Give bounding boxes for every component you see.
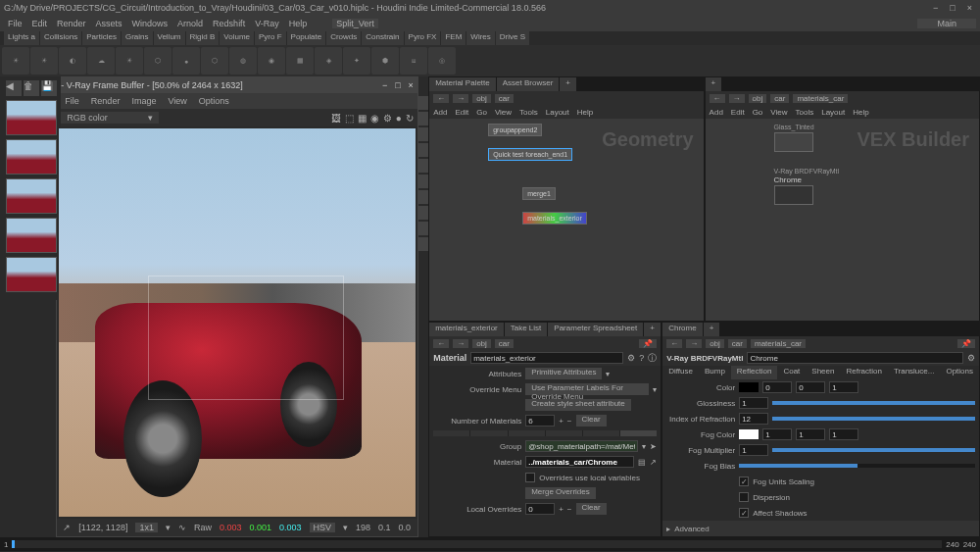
shelf-tab[interactable]: Collisions bbox=[40, 31, 81, 45]
tool-icon[interactable] bbox=[418, 206, 428, 220]
nt-layout[interactable]: Layout bbox=[546, 108, 569, 117]
network-graph[interactable]: Geometry groupappend2 Quick test foreach… bbox=[429, 119, 703, 321]
menu-arnold[interactable]: Arnold bbox=[173, 19, 207, 28]
nav-back-icon[interactable]: ← bbox=[433, 94, 449, 103]
fogmult-slider[interactable] bbox=[772, 448, 975, 452]
color-b-input[interactable] bbox=[829, 381, 858, 393]
shelf-tool-icon[interactable]: ◈ bbox=[315, 47, 342, 75]
node-name-input[interactable] bbox=[470, 352, 623, 364]
fb-maximize-icon[interactable]: □ bbox=[395, 80, 400, 90]
pin-icon[interactable]: 📌 bbox=[957, 339, 975, 348]
remove-icon[interactable]: − bbox=[567, 505, 572, 514]
tool-icon[interactable] bbox=[418, 175, 428, 188]
multiparm-tab-active[interactable] bbox=[620, 430, 657, 436]
nav-back-icon[interactable]: ← bbox=[666, 339, 682, 348]
path-seg[interactable]: obj bbox=[749, 94, 767, 103]
shelf-tool-icon[interactable]: ☀ bbox=[2, 47, 29, 75]
shelf-tool-icon[interactable]: ● bbox=[172, 47, 200, 75]
picker-icon[interactable]: ↗ bbox=[63, 523, 71, 532]
pin-icon[interactable]: 📌 bbox=[639, 339, 657, 348]
render-thumb[interactable] bbox=[6, 178, 57, 214]
add-icon[interactable]: + bbox=[559, 505, 564, 514]
shelf-tool-icon[interactable]: ⬡ bbox=[201, 47, 228, 75]
checkbox-local-vars[interactable] bbox=[525, 473, 535, 482]
shelf-tab[interactable]: Vellum bbox=[154, 31, 185, 45]
fb-minimize-icon[interactable]: − bbox=[382, 80, 387, 90]
multiparm-tab[interactable] bbox=[433, 430, 470, 436]
history-del-icon[interactable]: 🗑 bbox=[24, 80, 39, 96]
shelf-tool-icon[interactable]: ▦ bbox=[286, 47, 314, 75]
fog-color-swatch[interactable] bbox=[739, 429, 759, 439]
shelf-tab[interactable]: Constrain bbox=[362, 31, 403, 45]
fb-menu-image[interactable]: Image bbox=[131, 96, 156, 106]
fogbias-slider[interactable] bbox=[739, 464, 975, 468]
minimize-icon[interactable]: − bbox=[933, 3, 938, 13]
checkbox-fog-units[interactable]: ✓ bbox=[739, 477, 749, 486]
frame-range-end[interactable]: 240 bbox=[963, 540, 976, 549]
shelf-tab[interactable]: Volume bbox=[220, 31, 254, 45]
param-tab-add[interactable]: + bbox=[644, 323, 661, 336]
path-seg[interactable]: obj bbox=[706, 339, 724, 348]
timeline-track[interactable] bbox=[12, 540, 942, 548]
color-r-input[interactable] bbox=[762, 381, 792, 393]
history-save-icon[interactable]: 💾 bbox=[41, 80, 57, 96]
ior-slider[interactable] bbox=[772, 417, 975, 421]
node-chrome[interactable] bbox=[774, 185, 813, 205]
chevron-down-icon[interactable]: ▾ bbox=[653, 385, 657, 394]
material-path-input[interactable] bbox=[525, 456, 634, 468]
nt-go[interactable]: Go bbox=[753, 108, 763, 117]
path-seg[interactable]: obj bbox=[472, 339, 491, 348]
playhead[interactable] bbox=[12, 540, 15, 548]
fb-cs[interactable]: HSV bbox=[310, 523, 336, 532]
path-seg[interactable]: materials_car bbox=[793, 94, 848, 103]
sub-tab[interactable]: Transluce... bbox=[888, 366, 941, 379]
fogmult-input[interactable] bbox=[739, 444, 768, 456]
param-tab[interactable]: materials_exterior bbox=[429, 323, 504, 336]
sub-tab-reflection[interactable]: Reflection bbox=[731, 366, 778, 379]
nt-edit[interactable]: Edit bbox=[731, 108, 745, 117]
checkbox-affect-shadows[interactable]: ✓ bbox=[739, 508, 749, 518]
param-tab[interactable]: Take List bbox=[505, 323, 548, 336]
color-swatch[interactable] bbox=[739, 382, 759, 392]
frame-end[interactable]: 240 bbox=[946, 540, 958, 549]
help-icon[interactable]: ? bbox=[639, 353, 644, 363]
menu-file[interactable]: File bbox=[4, 19, 26, 28]
remove-icon[interactable]: − bbox=[567, 417, 572, 426]
shelf-tool-icon[interactable]: ☁ bbox=[87, 47, 115, 75]
tab-mat-palette[interactable]: Material Palette bbox=[429, 77, 496, 91]
nt-help[interactable]: Help bbox=[853, 108, 868, 117]
fb-menu-file[interactable]: File bbox=[65, 96, 79, 106]
shelf-tab[interactable]: Lights a bbox=[4, 31, 39, 45]
sub-tab[interactable]: Options bbox=[940, 366, 979, 379]
shelf-tab[interactable]: Drive S bbox=[496, 31, 529, 45]
fb-tool-icon[interactable]: 🖼 bbox=[331, 113, 341, 124]
sub-tab[interactable]: Refraction bbox=[840, 366, 887, 379]
render-thumb[interactable] bbox=[6, 218, 57, 253]
nav-back-icon[interactable]: ← bbox=[433, 339, 449, 348]
chevron-down-icon[interactable]: ▾ bbox=[642, 442, 646, 451]
render-thumb[interactable] bbox=[6, 100, 57, 135]
close-icon[interactable]: × bbox=[967, 3, 972, 13]
fb-menu-options[interactable]: Options bbox=[199, 96, 229, 106]
tool-icon[interactable] bbox=[418, 222, 428, 235]
shelf-tool-icon[interactable]: ◍ bbox=[229, 47, 257, 75]
glossiness-slider[interactable] bbox=[772, 401, 975, 405]
nav-fwd-icon[interactable]: → bbox=[453, 339, 468, 348]
path-seg[interactable]: car bbox=[495, 94, 514, 103]
menu-render[interactable]: Render bbox=[53, 19, 90, 28]
node-glass-tinted[interactable] bbox=[774, 132, 813, 152]
menu-vray[interactable]: V-Ray bbox=[251, 19, 283, 28]
multiparm-tab[interactable] bbox=[509, 430, 546, 436]
shelf-tab[interactable]: Rigid B bbox=[186, 31, 220, 45]
shelf-tab[interactable]: Populate bbox=[287, 31, 326, 45]
shelf-tab[interactable]: FEM bbox=[441, 31, 466, 45]
tool-icon[interactable] bbox=[418, 127, 428, 141]
fb-ratio[interactable]: 1x1 bbox=[135, 523, 158, 532]
gear-icon[interactable]: ⚙ bbox=[967, 353, 975, 363]
arrow-icon[interactable]: ➤ bbox=[650, 442, 657, 451]
frame-start[interactable]: 1 bbox=[4, 540, 8, 549]
nav-fwd-icon[interactable]: → bbox=[686, 339, 702, 348]
num-materials-input[interactable] bbox=[525, 415, 555, 427]
path-seg[interactable]: car bbox=[728, 339, 747, 348]
fb-tool-icon[interactable]: ▦ bbox=[358, 113, 367, 124]
